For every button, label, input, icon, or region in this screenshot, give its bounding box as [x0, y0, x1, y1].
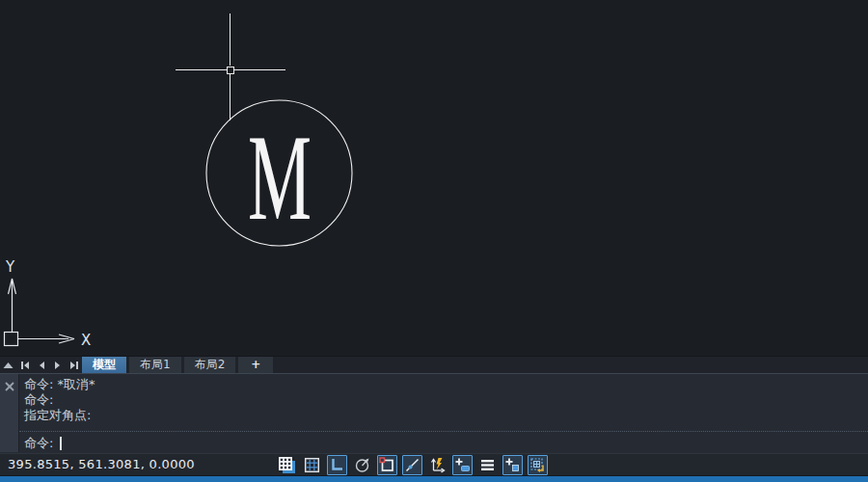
ortho-icon[interactable]	[327, 455, 347, 475]
dynamic-ucs-icon[interactable]	[427, 455, 448, 475]
grid-display-icon[interactable]	[302, 455, 322, 475]
close-icon[interactable]	[4, 381, 15, 392]
command-history-line: 指定对角点:	[19, 408, 868, 423]
tab-layout1[interactable]: 布局1	[129, 357, 181, 373]
ucs-icon	[5, 279, 75, 346]
crosshair-cursor	[176, 13, 285, 120]
command-window: 命令: *取消* 命令: 指定对角点: 命令:	[0, 373, 868, 453]
snap-mode-icon[interactable]	[277, 455, 297, 475]
collapse-icon[interactable]	[0, 357, 16, 373]
ucs-x-label: X	[81, 332, 91, 349]
first-tab-icon[interactable]	[16, 357, 33, 373]
tab-model[interactable]: 模型	[82, 357, 126, 373]
prev-tab-icon[interactable]	[33, 357, 49, 373]
polar-tracking-icon[interactable]	[352, 455, 372, 475]
pickbox	[227, 67, 233, 73]
object-snap-icon[interactable]	[377, 455, 397, 475]
command-input[interactable]: 命令:	[19, 434, 868, 452]
quick-properties-icon[interactable]	[502, 455, 523, 475]
status-toggle-strip	[277, 455, 548, 475]
last-tab-icon[interactable]	[66, 357, 82, 373]
text-entity-m[interactable]: M	[248, 109, 312, 246]
selection-cycling-icon[interactable]	[528, 455, 548, 475]
command-window-strip	[0, 374, 19, 452]
add-layout-tab-button[interactable]: +	[238, 357, 273, 373]
coordinates-display[interactable]: 395.8515, 561.3081, 0.0000	[8, 454, 195, 475]
object-snap-tracking-icon[interactable]	[402, 455, 422, 475]
command-history-line: 命令: *取消*	[19, 377, 868, 392]
dynamic-input-icon[interactable]	[452, 455, 473, 475]
next-tab-icon[interactable]	[49, 357, 66, 373]
command-history: 命令: *取消* 命令: 指定对角点:	[19, 374, 868, 423]
command-prompt: 命令:	[24, 435, 53, 452]
command-history-line: 命令:	[19, 392, 868, 408]
command-separator	[19, 431, 868, 432]
ucs-y-label: Y	[5, 258, 15, 276]
lineweight-icon[interactable]	[477, 455, 498, 475]
taskbar-edge	[0, 475, 868, 482]
layout-tab-bar: 模型 布局1 布局2 +	[0, 356, 868, 373]
status-bar: 395.8515, 561.3081, 0.0000	[0, 453, 868, 475]
tab-layout2[interactable]: 布局2	[184, 357, 236, 373]
text-cursor	[60, 437, 62, 450]
drawing-canvas[interactable]: M Y X	[0, 0, 868, 356]
